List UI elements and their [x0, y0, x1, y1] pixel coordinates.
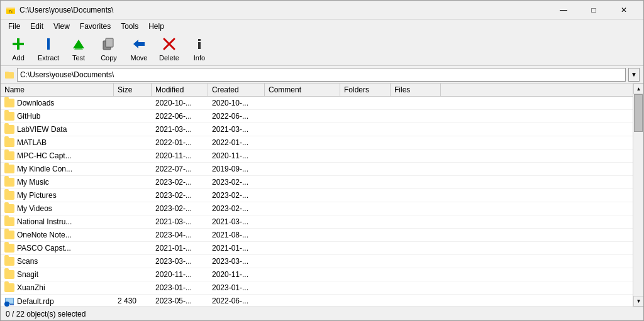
file-size — [114, 163, 152, 175]
add-button[interactable]: Add — [4, 36, 32, 63]
address-dropdown-button[interactable]: ▼ — [628, 68, 640, 82]
folder-icon — [4, 204, 14, 213]
file-list[interactable]: Name Size Modified Created Comment Folde… — [1, 84, 633, 307]
file-modified: 2020-10-... — [152, 97, 208, 109]
file-name-text: My Music — [17, 178, 49, 187]
col-size[interactable]: Size — [114, 84, 152, 96]
scroll-thumb[interactable] — [634, 94, 643, 132]
file-folders — [340, 150, 391, 162]
title-bar: 7z C:\Users\youse\Documents\ — □ ✕ — [1, 1, 643, 19]
scrollbar: ▲ ▼ — [633, 84, 643, 307]
app-icon: 7z — [6, 5, 16, 15]
close-button[interactable]: ✕ — [609, 1, 638, 19]
file-name-text: My Videos — [17, 204, 52, 213]
table-row[interactable]: Scans2023-03-...2023-03-... — [1, 255, 633, 268]
file-folders — [340, 229, 391, 241]
file-comment — [265, 136, 340, 149]
minimize-button[interactable]: — — [549, 1, 578, 19]
table-row[interactable]: PASCO Capst...2021-01-...2021-01-... — [1, 242, 633, 255]
copy-label: Copy — [101, 54, 117, 62]
maximize-button[interactable]: □ — [579, 1, 608, 19]
file-rows-container: Downloads2020-10-...2020-10-...GitHub202… — [1, 97, 633, 307]
file-modified: 2023-01-... — [152, 281, 208, 294]
add-label: Add — [12, 54, 25, 62]
menu-file[interactable]: File — [3, 21, 25, 32]
table-row[interactable]: My Pictures2023-02-...2023-02-... — [1, 189, 633, 202]
menu-view[interactable]: View — [48, 21, 75, 32]
file-name-cell: Snagit — [1, 268, 114, 281]
extract-label: Extract — [38, 54, 59, 62]
move-button[interactable]: Move — [125, 36, 153, 63]
menu-edit[interactable]: Edit — [25, 21, 48, 32]
table-row[interactable]: National Instru...2021-03-...2021-03-... — [1, 215, 633, 229]
file-name-cell: PASCO Capst... — [1, 242, 114, 254]
table-row[interactable]: GitHub2022-06-...2022-06-... — [1, 110, 633, 123]
title-bar-left: 7z C:\Users\youse\Documents\ — [6, 5, 113, 15]
table-row[interactable]: Downloads2020-10-...2020-10-... — [1, 97, 633, 110]
table-row[interactable]: OneNote Note...2023-04-...2021-08-... — [1, 229, 633, 242]
info-button[interactable]: Info — [186, 36, 213, 63]
file-comment — [265, 123, 340, 136]
svg-rect-5 — [13, 43, 24, 45]
file-created: 2020-11-... — [208, 150, 265, 162]
file-modified: 2021-03-... — [152, 123, 208, 136]
file-comment — [265, 268, 340, 281]
col-folders[interactable]: Folders — [340, 84, 391, 96]
file-folders — [340, 202, 391, 215]
table-row[interactable]: Default.rdp2 4302023-05-...2022-06-... — [1, 295, 633, 307]
file-files — [391, 268, 441, 281]
file-created: 2020-11-... — [208, 268, 265, 281]
main-window: 7z C:\Users\youse\Documents\ — □ ✕ File … — [0, 0, 644, 321]
scroll-down-button[interactable]: ▼ — [633, 296, 643, 307]
table-row[interactable]: My Music2023-02-...2023-02-... — [1, 176, 633, 189]
file-size — [114, 202, 152, 215]
file-files — [391, 281, 441, 294]
test-button[interactable]: Test — [65, 36, 92, 63]
file-files — [391, 110, 441, 122]
table-row[interactable]: My Kindle Con...2022-07-...2019-09-... — [1, 163, 633, 176]
table-row[interactable]: My Videos2023-02-...2023-02-... — [1, 202, 633, 215]
file-name-cell: LabVIEW Data — [1, 123, 114, 136]
table-row[interactable]: LabVIEW Data2021-03-...2021-03-... — [1, 123, 633, 136]
file-size — [114, 255, 152, 268]
file-files — [391, 123, 441, 136]
move-icon — [132, 37, 146, 53]
extract-icon — [42, 37, 55, 53]
delete-button[interactable]: Delete — [155, 36, 183, 63]
table-row[interactable]: Snagit2020-11-...2020-11-... — [1, 268, 633, 281]
svg-rect-17 — [5, 72, 9, 73]
folder-icon — [4, 151, 14, 160]
file-folders — [340, 215, 391, 228]
col-modified[interactable]: Modified — [152, 84, 208, 96]
file-folders — [340, 255, 391, 268]
menu-help[interactable]: Help — [143, 21, 169, 32]
address-input[interactable] — [17, 68, 626, 82]
file-created: 2021-08-... — [208, 229, 265, 241]
file-modified: 2023-02-... — [152, 176, 208, 188]
table-row[interactable]: XuanZhi2023-01-...2023-01-... — [1, 281, 633, 295]
table-row[interactable]: MATLAB2022-01-...2022-01-... — [1, 136, 633, 150]
folder-icon — [4, 178, 14, 187]
col-created[interactable]: Created — [208, 84, 265, 96]
file-comment — [265, 295, 340, 307]
col-name[interactable]: Name — [1, 84, 114, 96]
menu-tools[interactable]: Tools — [116, 21, 143, 32]
move-label: Move — [131, 54, 148, 62]
file-comment — [265, 189, 340, 202]
file-folders — [340, 268, 391, 281]
file-size — [114, 97, 152, 109]
file-name-text: PASCO Capst... — [17, 244, 71, 253]
svg-text:7z: 7z — [9, 9, 13, 13]
file-size — [114, 110, 152, 122]
scroll-up-button[interactable]: ▲ — [633, 84, 643, 94]
col-files[interactable]: Files — [391, 84, 441, 96]
scroll-track[interactable] — [633, 94, 643, 296]
extract-button[interactable]: Extract — [35, 36, 62, 63]
table-row[interactable]: MPC-HC Capt...2020-11-...2020-11-... — [1, 150, 633, 163]
file-modified: 2022-01-... — [152, 136, 208, 149]
col-comment[interactable]: Comment — [265, 84, 340, 96]
file-folders — [340, 163, 391, 175]
menu-favorites[interactable]: Favorites — [75, 21, 116, 32]
file-folders — [340, 176, 391, 188]
copy-button[interactable]: Copy — [95, 36, 123, 63]
